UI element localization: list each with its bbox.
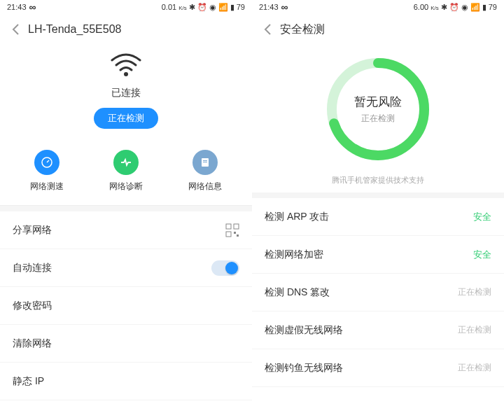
static-ip-item[interactable]: 静态 IP — [0, 363, 252, 400]
signal-icon: 📶 — [470, 3, 480, 12]
speedometer-icon — [34, 150, 59, 175]
wifi-large-icon — [0, 52, 252, 80]
item-label: 静态 IP — [13, 375, 44, 388]
share-network-item[interactable]: 分享网络 — [0, 211, 252, 249]
wifi-detail-screen: 21:43 ∞ 0.01 K/s ✱ ⏰ ◉ 📶 ▮ 79 LH-Tenda_5… — [0, 0, 252, 420]
svg-rect-9 — [237, 234, 239, 237]
status-badge: 安全 — [473, 248, 491, 261]
clock: 21:43 — [259, 3, 279, 11]
document-icon — [192, 150, 218, 175]
qr-icon — [225, 223, 239, 237]
header: LH-Tenda_55E508 — [0, 14, 252, 45]
clock: 21:43 — [7, 3, 27, 11]
item-label: 清除网络 — [13, 337, 52, 350]
ring-title: 暂无风险 — [354, 94, 402, 110]
support-text: 腾讯手机管家提供技术支持 — [252, 175, 504, 186]
bluetooth-icon: ✱ — [441, 3, 447, 12]
scan-ring-section: 暂无风险 正在检测 腾讯手机管家提供技术支持 — [252, 45, 504, 192]
auto-connect-item: 自动连接 — [0, 249, 252, 287]
net-speed: 6.00 K/s — [414, 3, 439, 11]
change-password-item[interactable]: 修改密码 — [0, 287, 252, 325]
check-label: 检测钓鱼无线网络 — [265, 362, 343, 374]
svg-rect-7 — [226, 232, 231, 237]
wifi-icon: ◉ — [461, 3, 468, 12]
infinity-icon: ∞ — [281, 1, 288, 13]
battery-level: 79 — [489, 3, 497, 11]
detecting-button[interactable]: 正在检测 — [94, 108, 158, 129]
svg-point-0 — [124, 72, 128, 76]
svg-rect-3 — [203, 160, 207, 161]
page-title: LH-Tenda_55E508 — [28, 23, 121, 36]
battery-icon: ▮ — [482, 3, 486, 12]
wifi-icon: ◉ — [209, 3, 216, 12]
back-button[interactable] — [258, 20, 277, 39]
infinity-icon: ∞ — [29, 1, 36, 13]
item-label: 自动连接 — [13, 262, 52, 274]
svg-rect-8 — [234, 232, 236, 234]
status-bar: 21:43 ∞ 0.01 K/s ✱ ⏰ ◉ 📶 ▮ 79 — [0, 0, 252, 14]
connection-status: 已连接 — [0, 87, 252, 99]
clear-network-item[interactable]: 清除网络 — [0, 325, 252, 363]
heartbeat-icon — [113, 150, 139, 175]
check-fake-wifi-item: 检测虚假无线网络 正在检测 — [252, 312, 504, 349]
check-encryption-item: 检测网络加密 安全 — [252, 236, 504, 274]
back-button[interactable] — [6, 20, 25, 39]
item-label: 修改密码 — [13, 300, 52, 312]
action-row: 网络测速 网络诊断 网络信息 — [0, 140, 252, 206]
info-action[interactable]: 网络信息 — [166, 150, 244, 192]
alarm-icon: ⏰ — [449, 3, 459, 12]
item-label: 分享网络 — [13, 224, 52, 237]
speed-test-action[interactable]: 网络测速 — [8, 150, 86, 192]
check-label: 检测虚假无线网络 — [265, 324, 343, 337]
check-phishing-item: 检测钓鱼无线网络 正在检测 — [252, 349, 504, 387]
auto-connect-toggle[interactable] — [211, 260, 239, 276]
check-label: 检测网络加密 — [265, 248, 323, 261]
action-label: 网络诊断 — [87, 181, 165, 192]
security-check-screen: 21:43 ∞ 6.00 K/s ✱ ⏰ ◉ 📶 ▮ 79 安全检测 暂无风险 … — [252, 0, 504, 420]
signal-icon: 📶 — [218, 3, 228, 12]
action-label: 网络信息 — [166, 181, 244, 192]
check-label: 检测 ARP 攻击 — [265, 211, 329, 223]
battery-icon: ▮ — [230, 3, 234, 12]
svg-rect-6 — [234, 224, 239, 229]
ring-subtitle: 正在检测 — [354, 113, 402, 125]
battery-level: 79 — [237, 3, 245, 11]
status-badge: 正在检测 — [458, 362, 491, 374]
svg-rect-5 — [226, 224, 231, 229]
svg-rect-4 — [203, 162, 207, 162]
status-badge: 安全 — [473, 211, 491, 223]
check-label: 检测 DNS 篡改 — [265, 286, 330, 299]
progress-ring: 暂无风险 正在检测 — [322, 53, 434, 165]
wifi-status-section: 已连接 正在检测 — [0, 45, 252, 140]
status-badge: 正在检测 — [458, 286, 491, 298]
action-label: 网络测速 — [8, 181, 86, 192]
header: 安全检测 — [252, 14, 504, 45]
page-title: 安全检测 — [280, 22, 325, 37]
diagnose-action[interactable]: 网络诊断 — [87, 150, 165, 192]
status-bar: 21:43 ∞ 6.00 K/s ✱ ⏰ ◉ 📶 ▮ 79 — [252, 0, 504, 14]
check-dns-item: 检测 DNS 篡改 正在检测 — [252, 274, 504, 312]
status-badge: 正在检测 — [458, 324, 491, 336]
net-speed: 0.01 K/s — [162, 3, 187, 11]
bluetooth-icon: ✱ — [189, 3, 195, 12]
check-arp-item: 检测 ARP 攻击 安全 — [252, 198, 504, 236]
alarm-icon: ⏰ — [197, 3, 207, 12]
